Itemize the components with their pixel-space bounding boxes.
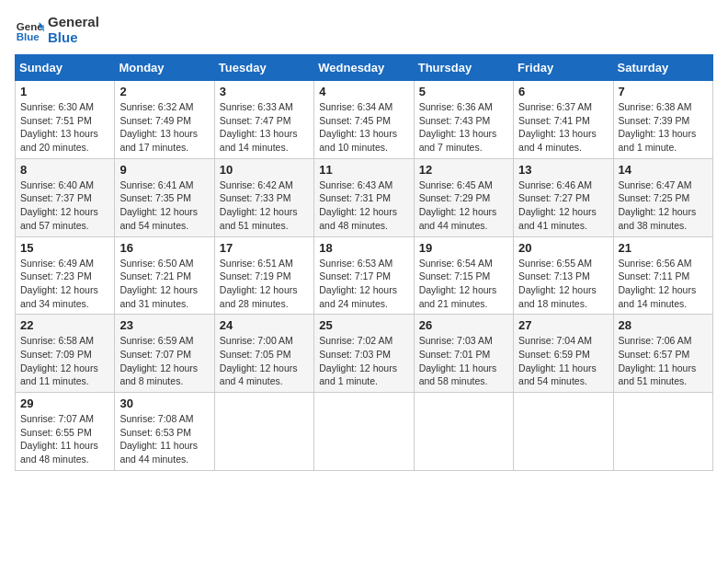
calendar-table: SundayMondayTuesdayWednesdayThursdayFrid… xyxy=(15,54,713,471)
day-number: 5 xyxy=(419,85,508,98)
day-number: 1 xyxy=(20,85,109,98)
calendar-cell: 23Sunrise: 6:59 AM Sunset: 7:07 PM Dayli… xyxy=(115,315,214,393)
day-info: Sunrise: 6:54 AM Sunset: 7:15 PM Dayligh… xyxy=(419,257,508,311)
day-number: 26 xyxy=(419,318,508,332)
calendar-cell: 25Sunrise: 7:02 AM Sunset: 7:03 PM Dayli… xyxy=(314,315,414,393)
day-number: 8 xyxy=(20,163,109,177)
calendar-cell: 8Sunrise: 6:40 AM Sunset: 7:37 PM Daylig… xyxy=(16,158,115,236)
day-number: 24 xyxy=(220,318,309,332)
calendar-cell: 30Sunrise: 7:08 AM Sunset: 6:53 PM Dayli… xyxy=(115,393,214,471)
logo: General Blue General Blue xyxy=(15,15,99,45)
day-number: 21 xyxy=(619,241,708,255)
calendar-cell: 9Sunrise: 6:41 AM Sunset: 7:35 PM Daylig… xyxy=(115,158,214,236)
calendar-cell xyxy=(214,393,313,471)
calendar-cell: 2Sunrise: 6:32 AM Sunset: 7:49 PM Daylig… xyxy=(115,81,214,159)
page-header: General Blue General Blue xyxy=(15,15,713,45)
day-info: Sunrise: 7:07 AM Sunset: 6:55 PM Dayligh… xyxy=(20,412,109,466)
day-number: 2 xyxy=(119,85,209,98)
calendar-cell: 10Sunrise: 6:42 AM Sunset: 7:33 PM Dayli… xyxy=(214,158,313,236)
calendar-cell: 22Sunrise: 6:58 AM Sunset: 7:09 PM Dayli… xyxy=(16,315,115,393)
calendar-cell: 11Sunrise: 6:43 AM Sunset: 7:31 PM Dayli… xyxy=(314,158,414,236)
calendar-week-row: 22Sunrise: 6:58 AM Sunset: 7:09 PM Dayli… xyxy=(16,315,713,393)
day-info: Sunrise: 6:36 AM Sunset: 7:43 PM Dayligh… xyxy=(419,100,508,155)
day-number: 27 xyxy=(518,318,608,332)
day-number: 13 xyxy=(518,163,608,177)
weekday-header-thursday: Thursday xyxy=(414,55,513,81)
day-number: 22 xyxy=(20,318,109,332)
weekday-header-saturday: Saturday xyxy=(613,55,712,81)
weekday-header-sunday: Sunday xyxy=(16,55,115,81)
day-info: Sunrise: 6:56 AM Sunset: 7:11 PM Dayligh… xyxy=(619,257,708,311)
day-info: Sunrise: 6:47 AM Sunset: 7:25 PM Dayligh… xyxy=(619,178,708,233)
calendar-cell: 16Sunrise: 6:50 AM Sunset: 7:21 PM Dayli… xyxy=(115,236,214,315)
calendar-cell: 17Sunrise: 6:51 AM Sunset: 7:19 PM Dayli… xyxy=(214,236,313,315)
day-info: Sunrise: 6:43 AM Sunset: 7:31 PM Dayligh… xyxy=(319,178,408,233)
day-info: Sunrise: 6:55 AM Sunset: 7:13 PM Dayligh… xyxy=(518,257,608,311)
calendar-week-row: 8Sunrise: 6:40 AM Sunset: 7:37 PM Daylig… xyxy=(16,158,713,236)
day-number: 18 xyxy=(319,241,408,255)
calendar-cell: 29Sunrise: 7:07 AM Sunset: 6:55 PM Dayli… xyxy=(16,393,115,471)
day-info: Sunrise: 6:45 AM Sunset: 7:29 PM Dayligh… xyxy=(419,178,508,233)
logo-general-text: General xyxy=(48,15,99,30)
day-info: Sunrise: 6:33 AM Sunset: 7:47 PM Dayligh… xyxy=(220,100,309,155)
day-number: 11 xyxy=(319,163,408,177)
day-number: 30 xyxy=(119,396,209,410)
weekday-header-tuesday: Tuesday xyxy=(214,55,313,81)
day-info: Sunrise: 7:04 AM Sunset: 6:59 PM Dayligh… xyxy=(518,334,608,388)
calendar-cell: 5Sunrise: 6:36 AM Sunset: 7:43 PM Daylig… xyxy=(414,81,513,159)
calendar-cell: 28Sunrise: 7:06 AM Sunset: 6:57 PM Dayli… xyxy=(613,315,712,393)
day-info: Sunrise: 7:06 AM Sunset: 6:57 PM Dayligh… xyxy=(619,334,708,388)
day-info: Sunrise: 6:46 AM Sunset: 7:27 PM Dayligh… xyxy=(518,178,608,233)
calendar-cell: 6Sunrise: 6:37 AM Sunset: 7:41 PM Daylig… xyxy=(514,81,613,159)
calendar-week-row: 1Sunrise: 6:30 AM Sunset: 7:51 PM Daylig… xyxy=(16,81,713,159)
day-info: Sunrise: 6:53 AM Sunset: 7:17 PM Dayligh… xyxy=(319,257,408,311)
day-number: 12 xyxy=(419,163,508,177)
day-number: 23 xyxy=(119,318,209,332)
calendar-cell: 1Sunrise: 6:30 AM Sunset: 7:51 PM Daylig… xyxy=(16,81,115,159)
day-number: 3 xyxy=(220,85,309,98)
day-number: 4 xyxy=(319,85,408,98)
day-info: Sunrise: 7:03 AM Sunset: 7:01 PM Dayligh… xyxy=(419,334,508,388)
calendar-cell: 24Sunrise: 7:00 AM Sunset: 7:05 PM Dayli… xyxy=(214,315,313,393)
day-number: 19 xyxy=(419,241,508,255)
calendar-cell: 4Sunrise: 6:34 AM Sunset: 7:45 PM Daylig… xyxy=(314,81,414,159)
day-number: 10 xyxy=(220,163,309,177)
day-number: 7 xyxy=(619,85,708,98)
weekday-header-wednesday: Wednesday xyxy=(314,55,414,81)
logo-blue-text: Blue xyxy=(48,30,99,46)
day-number: 25 xyxy=(319,318,408,332)
calendar-cell: 21Sunrise: 6:56 AM Sunset: 7:11 PM Dayli… xyxy=(613,236,712,315)
day-info: Sunrise: 6:41 AM Sunset: 7:35 PM Dayligh… xyxy=(119,178,209,233)
calendar-cell: 18Sunrise: 6:53 AM Sunset: 7:17 PM Dayli… xyxy=(314,236,414,315)
day-info: Sunrise: 6:32 AM Sunset: 7:49 PM Dayligh… xyxy=(119,100,209,155)
day-info: Sunrise: 6:37 AM Sunset: 7:41 PM Dayligh… xyxy=(518,100,608,155)
day-info: Sunrise: 6:51 AM Sunset: 7:19 PM Dayligh… xyxy=(220,257,309,311)
day-number: 15 xyxy=(20,241,109,255)
calendar-cell xyxy=(514,393,613,471)
day-info: Sunrise: 6:30 AM Sunset: 7:51 PM Dayligh… xyxy=(20,100,109,155)
day-info: Sunrise: 7:02 AM Sunset: 7:03 PM Dayligh… xyxy=(319,334,408,388)
calendar-cell: 20Sunrise: 6:55 AM Sunset: 7:13 PM Dayli… xyxy=(514,236,613,315)
day-number: 9 xyxy=(119,163,209,177)
day-info: Sunrise: 6:58 AM Sunset: 7:09 PM Dayligh… xyxy=(20,334,109,388)
day-info: Sunrise: 7:08 AM Sunset: 6:53 PM Dayligh… xyxy=(119,412,209,466)
day-number: 6 xyxy=(518,85,608,98)
day-info: Sunrise: 6:50 AM Sunset: 7:21 PM Dayligh… xyxy=(119,257,209,311)
calendar-cell: 13Sunrise: 6:46 AM Sunset: 7:27 PM Dayli… xyxy=(514,158,613,236)
calendar-cell: 15Sunrise: 6:49 AM Sunset: 7:23 PM Dayli… xyxy=(16,236,115,315)
day-number: 28 xyxy=(619,318,708,332)
day-info: Sunrise: 6:59 AM Sunset: 7:07 PM Dayligh… xyxy=(119,334,209,388)
calendar-cell xyxy=(613,393,712,471)
calendar-cell: 19Sunrise: 6:54 AM Sunset: 7:15 PM Dayli… xyxy=(414,236,513,315)
calendar-week-row: 29Sunrise: 7:07 AM Sunset: 6:55 PM Dayli… xyxy=(16,393,713,471)
day-info: Sunrise: 6:49 AM Sunset: 7:23 PM Dayligh… xyxy=(20,257,109,311)
day-number: 14 xyxy=(619,163,708,177)
calendar-cell: 3Sunrise: 6:33 AM Sunset: 7:47 PM Daylig… xyxy=(214,81,313,159)
day-info: Sunrise: 6:38 AM Sunset: 7:39 PM Dayligh… xyxy=(619,100,708,155)
day-info: Sunrise: 6:34 AM Sunset: 7:45 PM Dayligh… xyxy=(319,100,408,155)
calendar-cell: 7Sunrise: 6:38 AM Sunset: 7:39 PM Daylig… xyxy=(613,81,712,159)
day-info: Sunrise: 7:00 AM Sunset: 7:05 PM Dayligh… xyxy=(220,334,309,388)
calendar-week-row: 15Sunrise: 6:49 AM Sunset: 7:23 PM Dayli… xyxy=(16,236,713,315)
day-info: Sunrise: 6:42 AM Sunset: 7:33 PM Dayligh… xyxy=(220,178,309,233)
day-number: 17 xyxy=(220,241,309,255)
